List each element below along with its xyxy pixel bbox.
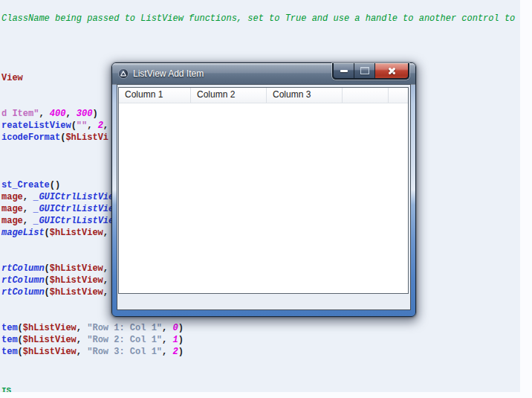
code-token: ,: [103, 121, 108, 131]
code-token: ,: [87, 121, 97, 131]
code-token: 2: [172, 347, 178, 357]
code-token: $hListView: [50, 275, 103, 286]
code-token: ): [92, 109, 97, 119]
code-token: $hListView: [50, 263, 103, 274]
code-token: ,: [77, 335, 87, 345]
code-line: mage, _GUICtrlListVie: [1, 204, 114, 215]
code-token: rtColumn: [1, 263, 45, 274]
code-token: mage: [1, 204, 23, 214]
header-cell-empty: [343, 88, 389, 103]
code-token: $hListView: [23, 335, 77, 345]
minimize-icon: [340, 70, 348, 72]
code-line: st_Create(): [1, 180, 60, 191]
code-token: tem: [1, 323, 18, 333]
code-token: "": [77, 121, 87, 131]
code-token: ): [178, 323, 184, 333]
code-token: ,: [103, 275, 108, 286]
listview-add-item-window: ListView Add Item Column 1Column 2Column…: [111, 62, 416, 317]
listview-control[interactable]: Column 1Column 2Column 3: [118, 87, 409, 294]
code-token: ClassName being passed to ListView funct…: [1, 13, 531, 24]
code-token: 300: [77, 109, 93, 119]
code-token: ,: [39, 109, 49, 119]
code-line: rtColumn($hListView,: [1, 275, 108, 286]
code-token: (: [45, 263, 50, 274]
code-token: st_Create: [1, 180, 50, 190]
maximize-icon: [360, 67, 369, 74]
header-cell-column-3[interactable]: Column 3: [267, 88, 343, 103]
code-token: 1: [172, 335, 178, 345]
code-token: icodeFormat: [1, 132, 60, 143]
code-token: (: [18, 335, 23, 345]
code-token: ,: [65, 109, 76, 119]
code-token: mage: [1, 192, 23, 202]
code-token: (: [71, 121, 77, 131]
code-token: _GUICtrlListVie: [33, 192, 114, 202]
code-token: ,: [23, 216, 33, 226]
code-line: reateListView("", 2,: [1, 121, 108, 132]
code-token: ,: [77, 323, 87, 333]
code-token: ,: [162, 347, 172, 357]
code-token: ,: [77, 347, 87, 357]
header-cell-column-2[interactable]: Column 2: [191, 88, 267, 103]
window-title: ListView Add Item: [133, 63, 204, 84]
code-token: (: [18, 323, 23, 333]
code-token: ,: [103, 287, 108, 298]
code-line: tem($hListView, "Row 1: Col 1", 0): [1, 323, 184, 334]
listview-body[interactable]: [119, 103, 408, 293]
code-token: (: [45, 228, 50, 238]
code-token: (: [45, 275, 50, 286]
code-fragment: IS: [1, 386, 16, 392]
code-token: (: [18, 347, 23, 357]
editor-bottom-edge: [0, 392, 532, 398]
code-token: $hListView: [23, 347, 77, 357]
code-token: mageList: [1, 228, 45, 238]
close-icon: [387, 67, 397, 75]
code-token: (: [45, 287, 50, 298]
code-line: mage, _GUICtrlListVie: [1, 216, 114, 227]
code-token: _GUICtrlListVie: [33, 216, 114, 226]
close-button[interactable]: [375, 63, 408, 78]
code-token: mage: [1, 216, 23, 226]
code-token: $hListView: [50, 228, 103, 238]
code-token: tem: [1, 335, 18, 345]
code-line: ClassName being passed to ListView funct…: [1, 13, 531, 25]
maximize-button[interactable]: [354, 63, 374, 78]
window-client-area: Column 1Column 2Column 3: [117, 84, 411, 310]
code-line: tem($hListView, "Row 2: Col 1", 1): [1, 335, 184, 346]
header-cell-column-1[interactable]: Column 1: [119, 88, 191, 103]
code-line: View: [1, 73, 23, 84]
code-token: $hListView: [50, 287, 103, 298]
code-token: "Row 3: Col 1": [87, 347, 162, 357]
code-token: $hListVi: [65, 132, 108, 143]
code-token: 0: [172, 323, 178, 333]
code-token: "Row 1: Col 1": [87, 323, 162, 333]
code-line: rtColumn($hListView,: [1, 263, 108, 275]
code-line: rtColumn($hListView,: [1, 287, 108, 298]
caption-buttons: [332, 63, 409, 80]
code-token: tem: [1, 347, 18, 357]
code-token: ,: [162, 323, 172, 333]
code-token: rtColumn: [1, 287, 45, 298]
listview-header: Column 1Column 2Column 3: [119, 88, 408, 103]
code-token: 400: [50, 109, 66, 119]
code-token: View: [1, 73, 23, 83]
code-token: rtColumn: [1, 275, 45, 286]
code-token: _GUICtrlListVie: [33, 204, 114, 214]
header-cell-empty: [389, 88, 408, 103]
code-token: ): [178, 347, 184, 357]
code-line: mageList($hListView,: [1, 228, 108, 239]
desktop-screenshot: ClassName being passed to ListView funct…: [0, 0, 532, 398]
code-token: ,: [103, 228, 108, 238]
autoit-icon: [118, 68, 129, 79]
code-token: 2: [98, 121, 103, 131]
editor-scrollbar-track[interactable]: [520, 0, 532, 398]
code-token: ): [178, 335, 184, 345]
code-line: d Item", 400, 300): [1, 109, 98, 120]
code-line: mage, _GUICtrlListVie: [1, 192, 114, 203]
code-token: reateListView: [1, 121, 71, 131]
code-line: icodeFormat($hListVi: [1, 132, 108, 144]
minimize-button[interactable]: [334, 63, 354, 78]
code-token: "Row 2: Col 1": [87, 335, 162, 345]
code-token: d Item": [1, 109, 39, 119]
code-token: (): [50, 180, 60, 190]
